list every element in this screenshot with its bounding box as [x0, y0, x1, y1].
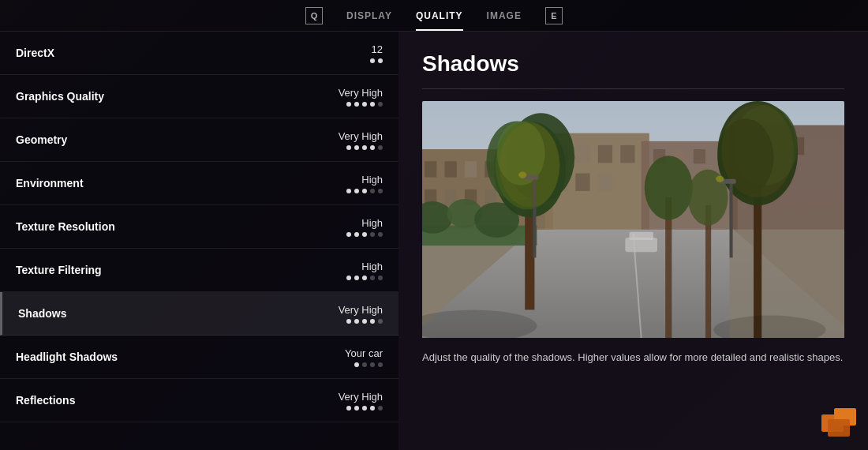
setting-row-texture-filtering[interactable]: Texture FilteringHigh	[0, 249, 398, 292]
dot	[370, 362, 375, 367]
setting-dots-texture-filtering	[346, 276, 383, 280]
dot	[346, 189, 351, 193]
svg-rect-65	[828, 419, 850, 437]
setting-name-headlight-shadows: Headlight Shadows	[16, 351, 118, 363]
dot	[378, 276, 383, 280]
setting-row-shadows[interactable]: ShadowsVery High	[0, 292, 398, 336]
svg-point-62	[721, 104, 794, 197]
dot	[370, 58, 375, 63]
dot	[370, 189, 375, 193]
setting-value-geometry: Very High	[339, 130, 383, 142]
setting-value-group-texture-resolution: High	[346, 217, 383, 237]
detail-panel: Shadows	[398, 32, 868, 450]
setting-value-group-shadows: Very High	[339, 304, 383, 324]
dot	[346, 232, 351, 237]
setting-value-shadows: Very High	[339, 304, 383, 316]
setting-value-group-directx: 12	[370, 43, 383, 63]
setting-value-group-texture-filtering: High	[346, 261, 383, 280]
dot	[378, 362, 383, 367]
setting-dots-environment	[346, 189, 383, 193]
setting-value-group-headlight-shadows: Your car	[345, 347, 383, 367]
setting-dots-directx	[370, 58, 383, 63]
setting-value-group-graphics-quality: Very High	[339, 87, 383, 107]
setting-value-group-reflections: Very High	[339, 391, 383, 411]
dot	[354, 102, 359, 107]
setting-row-headlight-shadows[interactable]: Headlight ShadowsYour car	[0, 336, 398, 379]
key-e[interactable]: E	[545, 7, 563, 24]
key-q[interactable]: Q	[305, 7, 323, 24]
setting-row-texture-resolution[interactable]: Texture ResolutionHigh	[0, 205, 398, 249]
dot	[362, 145, 367, 150]
dot	[354, 145, 359, 150]
setting-row-graphics-quality[interactable]: Graphics QualityVery High	[0, 75, 398, 118]
detail-description: Adjust the quality of the shadows. Highe…	[422, 350, 844, 366]
dot	[362, 362, 367, 367]
dot	[362, 102, 367, 107]
detail-divider	[422, 88, 844, 89]
dot	[346, 276, 351, 280]
detail-title: Shadows	[422, 51, 844, 77]
setting-value-environment: High	[361, 174, 383, 186]
dot	[346, 406, 351, 411]
detail-image	[422, 101, 844, 338]
dot	[370, 406, 375, 411]
dot	[378, 319, 383, 324]
setting-name-directx: DirectX	[16, 47, 54, 59]
dot	[370, 102, 375, 107]
setting-dots-shadows	[346, 319, 383, 324]
topbar: Q DISPLAY QUALITY IMAGE E	[0, 0, 868, 32]
dot	[370, 276, 375, 280]
setting-row-reflections[interactable]: ReflectionsVery High	[0, 379, 398, 422]
dot	[378, 58, 383, 63]
dot	[362, 189, 367, 193]
setting-dots-texture-resolution	[346, 232, 383, 237]
dot	[346, 319, 351, 324]
svg-point-61	[499, 123, 560, 207]
tab-display[interactable]: DISPLAY	[346, 7, 392, 24]
setting-row-directx[interactable]: DirectX12	[0, 32, 398, 75]
setting-value-headlight-shadows: Your car	[345, 347, 383, 359]
dot	[354, 276, 359, 280]
setting-value-directx: 12	[372, 43, 383, 55]
dot	[354, 362, 359, 367]
setting-name-texture-filtering: Texture Filtering	[16, 264, 102, 276]
dot	[362, 232, 367, 237]
setting-row-environment[interactable]: EnvironmentHigh	[0, 162, 398, 205]
dot	[378, 102, 383, 107]
tab-image[interactable]: IMAGE	[487, 7, 522, 24]
setting-dots-graphics-quality	[346, 102, 383, 107]
setting-row-geometry[interactable]: GeometryVery High	[0, 118, 398, 162]
setting-name-texture-resolution: Texture Resolution	[16, 220, 115, 233]
dot	[354, 189, 359, 193]
dot	[354, 232, 359, 237]
setting-dots-geometry	[346, 145, 383, 150]
setting-value-group-environment: High	[346, 174, 383, 193]
dot	[370, 232, 375, 237]
dot	[354, 406, 359, 411]
dot	[378, 189, 383, 193]
dot	[378, 145, 383, 150]
setting-value-graphics-quality: Very High	[339, 87, 383, 99]
dot	[378, 232, 383, 237]
settings-panel: DirectX12Graphics QualityVery HighGeomet…	[0, 32, 398, 450]
setting-dots-headlight-shadows	[354, 362, 383, 367]
dot	[370, 319, 375, 324]
setting-name-geometry: Geometry	[16, 133, 67, 146]
setting-name-reflections: Reflections	[16, 394, 75, 407]
dot	[362, 319, 367, 324]
main-content: DirectX12Graphics QualityVery HighGeomet…	[0, 32, 868, 450]
dot	[370, 145, 375, 150]
setting-name-environment: Environment	[16, 177, 84, 189]
dot	[378, 406, 383, 411]
dot	[346, 102, 351, 107]
setting-value-group-geometry: Very High	[339, 130, 383, 150]
setting-name-graphics-quality: Graphics Quality	[16, 90, 104, 103]
dot	[346, 145, 351, 150]
tab-quality[interactable]: QUALITY	[416, 7, 463, 24]
logo-watermark	[821, 408, 856, 438]
setting-value-reflections: Very High	[339, 391, 383, 403]
setting-value-texture-resolution: High	[361, 217, 383, 229]
setting-name-shadows: Shadows	[18, 307, 66, 320]
setting-value-texture-filtering: High	[361, 261, 383, 272]
dot	[362, 406, 367, 411]
